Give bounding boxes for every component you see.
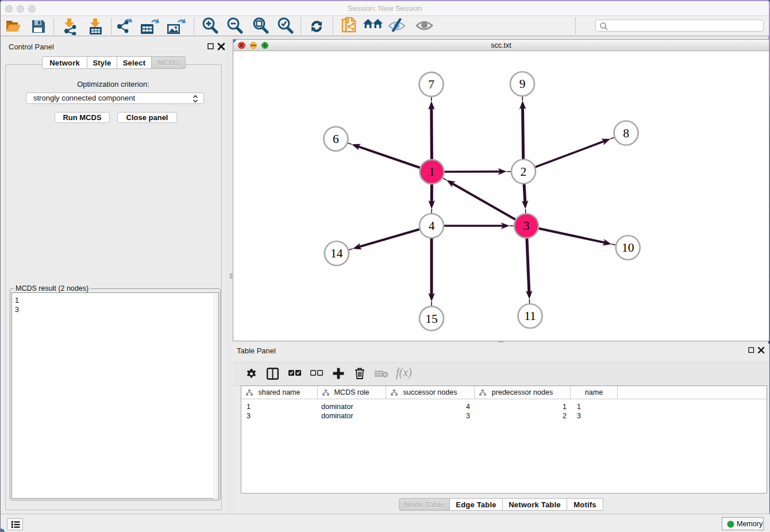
svg-text:6: 6	[333, 132, 339, 146]
svg-text:3: 3	[523, 219, 530, 233]
svg-text:1: 1	[429, 165, 435, 179]
svg-text:7: 7	[428, 78, 434, 91]
svg-text:2: 2	[521, 165, 527, 179]
svg-text:11: 11	[524, 309, 536, 323]
svg-text:15: 15	[425, 312, 438, 326]
svg-text:14: 14	[330, 246, 343, 260]
svg-text:9: 9	[519, 77, 526, 91]
svg-text:10: 10	[622, 241, 634, 255]
svg-text:8: 8	[623, 126, 629, 140]
svg-text:4: 4	[429, 219, 435, 233]
